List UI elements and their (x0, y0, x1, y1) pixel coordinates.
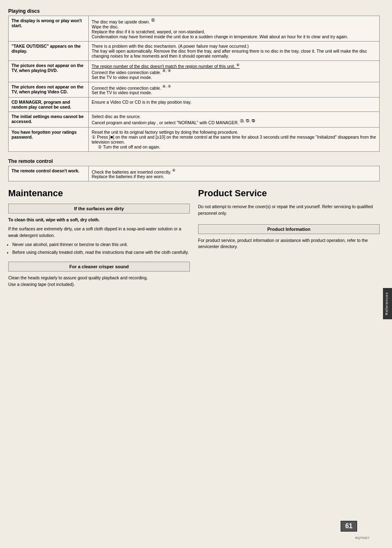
page-number: 61 (341, 521, 357, 532)
problem-cell: The picture does not appear on the TV, w… (9, 82, 89, 98)
table-row: You have forgotten your ratings password… (9, 127, 380, 151)
solution-cell: Reset the unit to its original factory s… (89, 127, 380, 151)
bullet-1: Never use alcohol, paint thinner or benz… (12, 241, 190, 248)
solution-cell: Ensure a Video CD or CD is in the play p… (89, 98, 380, 112)
problem-cell: The initial settings menu cannot be acce… (9, 112, 89, 128)
bottom-section: Maintenance If the surfaces are dirty To… (8, 188, 380, 290)
table-row: "TAKE OUT/DISC" appears on the display.T… (9, 41, 380, 60)
solution-cell: There is a problem with the disc mechani… (89, 41, 380, 60)
table-row: The initial settings menu cannot be acce… (9, 112, 380, 128)
problem-cell: The display is wrong or play won't start… (9, 16, 89, 42)
if-dirty-box: If the surfaces are dirty (8, 204, 190, 214)
playing-discs-table: The display is wrong or play won't start… (8, 16, 380, 152)
references-tab: References (383, 288, 392, 319)
sound-box: For a cleaner crisper sound (8, 262, 190, 272)
clean-title: To clean this unit, wipe with a soft, dr… (8, 217, 190, 223)
remote-control-title: The remote control (8, 158, 380, 164)
maintenance-column: Maintenance If the surfaces are dirty To… (8, 188, 190, 290)
problem-cell: "TAKE OUT/DISC" appears on the display. (9, 41, 89, 60)
product-info-body: For product service, product information… (198, 237, 380, 251)
table-row: CD MANAGER, program and random play cann… (9, 98, 380, 112)
bullet-2: Before using chemically treated cloth, r… (12, 249, 190, 256)
solution-cell: The disc may be upside down. ⑮Wipe the d… (89, 16, 380, 42)
solution-cell: The region number of the disc doesn't ma… (89, 60, 380, 82)
sound-body: Clean the heads regularly to assure good… (8, 275, 190, 288)
problem-cell: You have forgotten your ratings password… (9, 127, 89, 151)
product-service-heading: Product Service (198, 188, 380, 199)
playing-discs-title: Playing discs (8, 8, 380, 14)
solution-cell: Check the batteries are inserted correct… (89, 166, 380, 181)
maintenance-bullets: Never use alcohol, paint thinner or benz… (12, 241, 190, 256)
clean-body: If the surfaces are extremely dirty, use… (8, 226, 190, 239)
table-row: The picture does not appear on the TV, w… (9, 82, 380, 98)
page: Playing discs The display is wrong or pl… (0, 0, 392, 548)
maintenance-heading: Maintenance (8, 188, 190, 199)
table-row: The remote control doesn't work.Check th… (9, 166, 380, 181)
solution-cell: Connect the video connection cable. ⑧, ⑨… (89, 82, 380, 98)
problem-cell: The remote control doesn't work. (9, 166, 89, 181)
table-row: The display is wrong or play won't start… (9, 16, 380, 42)
page-code: RQT5327 (355, 536, 369, 540)
product-info-box: Product Information (198, 224, 380, 234)
remote-control-table: The remote control doesn't work.Check th… (8, 166, 380, 182)
problem-cell: The picture does not appear on the TV, w… (9, 60, 89, 82)
table-row: The picture does not appear on the TV, w… (9, 60, 380, 82)
problem-cell: CD MANAGER, program and random play cann… (9, 98, 89, 112)
solution-cell: Select disc as the source.Cancel program… (89, 112, 380, 128)
product-service-intro: Do not attempt to remove the cover(s) or… (198, 204, 380, 217)
product-service-column: Product Service Do not attempt to remove… (198, 188, 380, 290)
